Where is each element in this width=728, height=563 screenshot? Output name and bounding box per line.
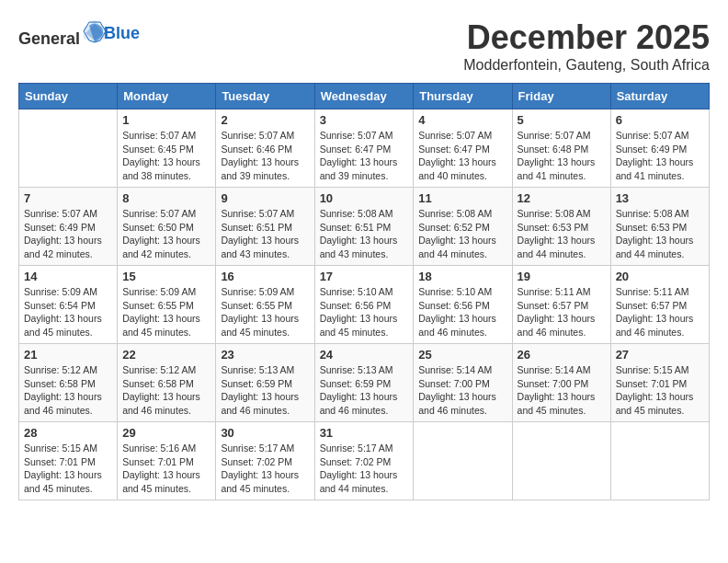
day-number: 26: [518, 348, 606, 362]
day-number: 23: [221, 348, 309, 362]
day-info: Sunrise: 5:17 AM Sunset: 7:02 PM Dayligh…: [221, 442, 309, 496]
calendar-cell: 18Sunrise: 5:10 AM Sunset: 6:56 PM Dayli…: [414, 266, 512, 344]
day-info: Sunrise: 5:10 AM Sunset: 6:56 PM Dayligh…: [418, 285, 506, 339]
day-number: 12: [518, 191, 606, 205]
title-block: December 2025 Modderfontein, Gauteng, So…: [463, 18, 710, 74]
day-info: Sunrise: 5:07 AM Sunset: 6:45 PM Dayligh…: [122, 129, 210, 183]
calendar-cell: 9Sunrise: 5:07 AM Sunset: 6:51 PM Daylig…: [216, 188, 314, 266]
calendar-cell: 20Sunrise: 5:11 AM Sunset: 6:57 PM Dayli…: [610, 266, 709, 344]
week-row-3: 14Sunrise: 5:09 AM Sunset: 6:54 PM Dayli…: [19, 266, 710, 344]
day-number: 30: [221, 426, 309, 440]
calendar-cell: [414, 422, 512, 500]
day-number: 29: [122, 426, 210, 440]
day-header-wednesday: Wednesday: [314, 84, 414, 109]
day-info: Sunrise: 5:15 AM Sunset: 7:01 PM Dayligh…: [616, 363, 704, 418]
calendar-cell: 13Sunrise: 5:08 AM Sunset: 6:53 PM Dayli…: [610, 188, 709, 266]
calendar-cell: [19, 109, 118, 188]
calendar-cell: 25Sunrise: 5:14 AM Sunset: 7:00 PM Dayli…: [414, 344, 512, 422]
day-number: 28: [24, 426, 112, 440]
day-info: Sunrise: 5:09 AM Sunset: 6:54 PM Dayligh…: [24, 285, 112, 339]
calendar-cell: 3Sunrise: 5:07 AM Sunset: 6:47 PM Daylig…: [314, 109, 414, 188]
day-info: Sunrise: 5:13 AM Sunset: 6:59 PM Dayligh…: [221, 363, 309, 418]
logo-general-text: General: [18, 18, 108, 49]
day-info: Sunrise: 5:07 AM Sunset: 6:49 PM Dayligh…: [616, 129, 704, 183]
day-info: Sunrise: 5:17 AM Sunset: 7:02 PM Dayligh…: [320, 442, 409, 496]
calendar-cell: 22Sunrise: 5:12 AM Sunset: 6:58 PM Dayli…: [118, 344, 216, 422]
day-info: Sunrise: 5:13 AM Sunset: 6:59 PM Dayligh…: [320, 363, 409, 418]
calendar-cell: 8Sunrise: 5:07 AM Sunset: 6:50 PM Daylig…: [118, 188, 216, 266]
day-info: Sunrise: 5:14 AM Sunset: 7:00 PM Dayligh…: [518, 363, 606, 418]
calendar-cell: 29Sunrise: 5:16 AM Sunset: 7:01 PM Dayli…: [118, 422, 216, 500]
calendar-cell: 31Sunrise: 5:17 AM Sunset: 7:02 PM Dayli…: [314, 422, 414, 500]
calendar-cell: 16Sunrise: 5:09 AM Sunset: 6:55 PM Dayli…: [216, 266, 314, 344]
calendar-cell: 4Sunrise: 5:07 AM Sunset: 6:47 PM Daylig…: [414, 109, 512, 188]
day-info: Sunrise: 5:10 AM Sunset: 6:56 PM Dayligh…: [320, 285, 409, 339]
day-number: 25: [418, 348, 506, 362]
calendar-cell: 10Sunrise: 5:08 AM Sunset: 6:51 PM Dayli…: [314, 188, 414, 266]
week-row-1: 1Sunrise: 5:07 AM Sunset: 6:45 PM Daylig…: [19, 109, 710, 188]
day-number: 18: [418, 270, 506, 283]
day-info: Sunrise: 5:16 AM Sunset: 7:01 PM Dayligh…: [122, 442, 210, 496]
month-title: December 2025: [463, 18, 710, 57]
page-header: General Blue December 2025 Modderfontein…: [18, 18, 710, 74]
day-number: 3: [320, 113, 409, 127]
day-number: 6: [616, 113, 704, 127]
day-info: Sunrise: 5:07 AM Sunset: 6:47 PM Dayligh…: [418, 129, 506, 183]
day-number: 14: [24, 270, 112, 283]
day-header-tuesday: Tuesday: [216, 84, 314, 109]
calendar-table: SundayMondayTuesdayWednesdayThursdayFrid…: [18, 83, 710, 500]
day-number: 16: [221, 270, 309, 283]
calendar-cell: [610, 422, 709, 500]
day-info: Sunrise: 5:11 AM Sunset: 6:57 PM Dayligh…: [616, 285, 704, 339]
day-number: 2: [221, 113, 309, 127]
day-number: 7: [24, 191, 112, 205]
day-number: 15: [122, 270, 210, 283]
day-info: Sunrise: 5:07 AM Sunset: 6:51 PM Dayligh…: [221, 207, 309, 261]
location-title: Modderfontein, Gauteng, South Africa: [463, 57, 710, 74]
day-number: 10: [320, 191, 409, 205]
day-info: Sunrise: 5:07 AM Sunset: 6:50 PM Dayligh…: [122, 207, 210, 261]
day-number: 4: [418, 113, 506, 127]
day-info: Sunrise: 5:07 AM Sunset: 6:46 PM Dayligh…: [221, 129, 309, 183]
day-number: 11: [418, 191, 506, 205]
day-number: 1: [122, 113, 210, 127]
day-header-thursday: Thursday: [414, 84, 512, 109]
day-info: Sunrise: 5:08 AM Sunset: 6:53 PM Dayligh…: [616, 207, 704, 261]
calendar-cell: 2Sunrise: 5:07 AM Sunset: 6:46 PM Daylig…: [216, 109, 314, 188]
calendar-cell: 21Sunrise: 5:12 AM Sunset: 6:58 PM Dayli…: [19, 344, 118, 422]
week-row-4: 21Sunrise: 5:12 AM Sunset: 6:58 PM Dayli…: [19, 344, 710, 422]
day-info: Sunrise: 5:08 AM Sunset: 6:51 PM Dayligh…: [320, 207, 409, 261]
calendar-cell: 5Sunrise: 5:07 AM Sunset: 6:48 PM Daylig…: [512, 109, 610, 188]
day-info: Sunrise: 5:08 AM Sunset: 6:52 PM Dayligh…: [418, 207, 506, 261]
calendar-cell: 30Sunrise: 5:17 AM Sunset: 7:02 PM Dayli…: [216, 422, 314, 500]
calendar-cell: 15Sunrise: 5:09 AM Sunset: 6:55 PM Dayli…: [118, 266, 216, 344]
calendar-cell: 23Sunrise: 5:13 AM Sunset: 6:59 PM Dayli…: [216, 344, 314, 422]
calendar-cell: 14Sunrise: 5:09 AM Sunset: 6:54 PM Dayli…: [19, 266, 118, 344]
day-info: Sunrise: 5:14 AM Sunset: 7:00 PM Dayligh…: [418, 363, 506, 418]
day-number: 19: [518, 270, 606, 283]
day-info: Sunrise: 5:09 AM Sunset: 6:55 PM Dayligh…: [221, 285, 309, 339]
calendar-cell: 19Sunrise: 5:11 AM Sunset: 6:57 PM Dayli…: [512, 266, 610, 344]
calendar-cell: 11Sunrise: 5:08 AM Sunset: 6:52 PM Dayli…: [414, 188, 512, 266]
day-header-saturday: Saturday: [610, 84, 709, 109]
day-info: Sunrise: 5:07 AM Sunset: 6:47 PM Dayligh…: [320, 129, 409, 183]
day-number: 17: [320, 270, 409, 283]
day-info: Sunrise: 5:11 AM Sunset: 6:57 PM Dayligh…: [518, 285, 606, 339]
calendar-cell: 24Sunrise: 5:13 AM Sunset: 6:59 PM Dayli…: [314, 344, 414, 422]
logo: General Blue: [18, 18, 140, 49]
day-number: 27: [616, 348, 704, 362]
calendar-cell: 1Sunrise: 5:07 AM Sunset: 6:45 PM Daylig…: [118, 109, 216, 188]
calendar-cell: 17Sunrise: 5:10 AM Sunset: 6:56 PM Dayli…: [314, 266, 414, 344]
day-info: Sunrise: 5:07 AM Sunset: 6:49 PM Dayligh…: [24, 207, 112, 261]
day-number: 9: [221, 191, 309, 205]
day-info: Sunrise: 5:09 AM Sunset: 6:55 PM Dayligh…: [122, 285, 210, 339]
week-row-5: 28Sunrise: 5:15 AM Sunset: 7:01 PM Dayli…: [19, 422, 710, 500]
calendar-body: 1Sunrise: 5:07 AM Sunset: 6:45 PM Daylig…: [19, 109, 710, 500]
day-info: Sunrise: 5:15 AM Sunset: 7:01 PM Dayligh…: [24, 442, 112, 496]
day-number: 13: [616, 191, 704, 205]
calendar-cell: 7Sunrise: 5:07 AM Sunset: 6:49 PM Daylig…: [19, 188, 118, 266]
calendar-cell: 12Sunrise: 5:08 AM Sunset: 6:53 PM Dayli…: [512, 188, 610, 266]
day-info: Sunrise: 5:12 AM Sunset: 6:58 PM Dayligh…: [24, 363, 112, 418]
day-header-monday: Monday: [118, 84, 216, 109]
calendar-header-row: SundayMondayTuesdayWednesdayThursdayFrid…: [19, 84, 710, 109]
